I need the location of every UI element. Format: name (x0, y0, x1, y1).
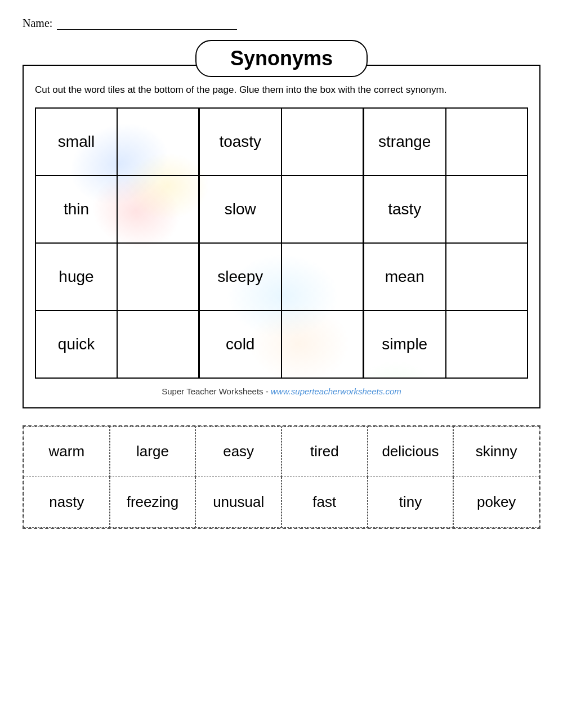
grid-cell-simple: simple (364, 311, 446, 378)
grid-cell-blank-9[interactable] (446, 108, 528, 176)
name-row: Name: (23, 17, 540, 30)
grid-cell-blank-11[interactable] (446, 243, 528, 311)
grid-cell-blank-8[interactable] (282, 311, 364, 378)
name-input-line[interactable] (57, 17, 237, 30)
page-title: Synonyms (195, 40, 368, 77)
grid-cell-sleepy: sleepy (199, 243, 282, 311)
grid-cell-blank-2[interactable] (117, 176, 199, 243)
grid-cell-blank-4[interactable] (117, 311, 199, 378)
tile-nasty[interactable]: nasty (24, 477, 110, 528)
tile-tiny[interactable]: tiny (368, 477, 454, 528)
attribution-link[interactable]: www.superteacherworksheets.com (271, 387, 401, 396)
grid-cell-blank-1[interactable] (117, 108, 199, 176)
tile-freezing[interactable]: freezing (110, 477, 196, 528)
grid-cell-strange: strange (364, 108, 446, 176)
grid-cell-tasty: tasty (364, 176, 446, 243)
tile-warm[interactable]: warm (24, 426, 110, 477)
grid-cell-blank-7[interactable] (282, 243, 364, 311)
grid-cell-slow: slow (199, 176, 282, 243)
column-group-2: toasty slow sleepy cold (199, 107, 364, 379)
synonym-grid: small thin huge quick toasty slow sleepy… (35, 107, 528, 379)
grid-cell-blank-10[interactable] (446, 176, 528, 243)
tiles-outer-border: warm large easy tired delicious skinny n… (23, 425, 540, 529)
tile-easy[interactable]: easy (195, 426, 282, 477)
grid-cell-quick: quick (35, 311, 117, 378)
tile-pokey[interactable]: pokey (453, 477, 539, 528)
column-group-1: small thin huge quick (35, 107, 199, 379)
tiles-row-1: warm large easy tired delicious skinny (24, 426, 539, 477)
tile-fast[interactable]: fast (282, 477, 368, 528)
attribution: Super Teacher Worksheets - www.superteac… (35, 387, 528, 396)
grid-cell-huge: huge (35, 243, 117, 311)
tile-delicious[interactable]: delicious (368, 426, 454, 477)
grid-cell-blank-12[interactable] (446, 311, 528, 378)
tile-unusual[interactable]: unusual (195, 477, 282, 528)
grid-cell-blank-5[interactable] (282, 108, 364, 176)
grid-cell-blank-6[interactable] (282, 176, 364, 243)
tile-large[interactable]: large (110, 426, 196, 477)
instructions-text: Cut out the word tiles at the bottom of … (35, 83, 528, 97)
grid-cell-blank-3[interactable] (117, 243, 199, 311)
tile-skinny[interactable]: skinny (453, 426, 539, 477)
grid-cell-mean: mean (364, 243, 446, 311)
tiles-row-2: nasty freezing unusual fast tiny pokey (24, 477, 539, 528)
grid-cell-thin: thin (35, 176, 117, 243)
grid-cell-small: small (35, 108, 117, 176)
tiles-section: warm large easy tired delicious skinny n… (23, 425, 540, 529)
grid-cell-toasty: toasty (199, 108, 282, 176)
column-group-3: strange tasty mean simple (364, 107, 528, 379)
title-container: Synonyms (23, 40, 540, 77)
main-content-box: Cut out the word tiles at the bottom of … (23, 65, 540, 408)
tile-tired[interactable]: tired (282, 426, 368, 477)
synonym-grid-area: small thin huge quick toasty slow sleepy… (35, 107, 528, 379)
grid-cell-cold: cold (199, 311, 282, 378)
name-label: Name: (23, 17, 52, 30)
attribution-text: Super Teacher Worksheets - (162, 387, 271, 396)
